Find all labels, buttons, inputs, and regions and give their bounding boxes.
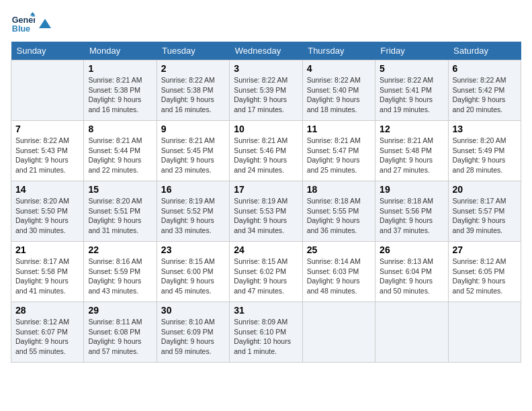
calendar-cell: 11Sunrise: 8:21 AMSunset: 5:47 PMDayligh… <box>302 121 375 181</box>
day-info: Sunrise: 8:20 AMSunset: 5:50 PMDaylight:… <box>15 196 79 236</box>
dow-header-thursday: Thursday <box>302 42 375 60</box>
day-info: Sunrise: 8:22 AMSunset: 5:38 PMDaylight:… <box>161 75 225 115</box>
calendar-cell: 20Sunrise: 8:17 AMSunset: 5:57 PMDayligh… <box>448 181 521 242</box>
day-info: Sunrise: 8:13 AMSunset: 6:04 PMDaylight:… <box>380 257 443 296</box>
dow-header-sunday: Sunday <box>11 42 84 60</box>
day-info: Sunrise: 8:22 AMSunset: 5:42 PMDaylight:… <box>453 75 517 115</box>
day-number: 21 <box>15 244 79 255</box>
day-number: 18 <box>307 184 371 195</box>
calendar-cell: 26Sunrise: 8:13 AMSunset: 6:04 PMDayligh… <box>375 242 448 302</box>
day-number: 31 <box>234 305 298 316</box>
day-number: 24 <box>234 244 298 255</box>
day-number: 11 <box>307 124 371 134</box>
day-info: Sunrise: 8:21 AMSunset: 5:38 PMDaylight:… <box>88 75 152 115</box>
calendar-cell <box>448 302 521 363</box>
dow-header-friday: Friday <box>375 42 448 60</box>
day-number: 30 <box>161 305 225 316</box>
day-number: 9 <box>161 124 225 134</box>
day-info: Sunrise: 8:14 AMSunset: 6:03 PMDaylight:… <box>307 257 371 296</box>
dow-header-monday: Monday <box>84 42 157 60</box>
day-info: Sunrise: 8:22 AMSunset: 5:43 PMDaylight:… <box>15 136 79 175</box>
week-row-2: 7Sunrise: 8:22 AMSunset: 5:43 PMDaylight… <box>11 121 521 181</box>
logo-icon: General Blue <box>11 11 35 35</box>
calendar-cell: 28Sunrise: 8:12 AMSunset: 6:07 PMDayligh… <box>11 302 84 363</box>
week-row-5: 28Sunrise: 8:12 AMSunset: 6:07 PMDayligh… <box>11 302 521 363</box>
calendar-cell: 14Sunrise: 8:20 AMSunset: 5:50 PMDayligh… <box>11 181 84 242</box>
day-number: 23 <box>161 244 225 255</box>
day-info: Sunrise: 8:20 AMSunset: 5:49 PMDaylight:… <box>453 136 517 175</box>
day-number: 25 <box>307 244 371 255</box>
day-info: Sunrise: 8:18 AMSunset: 5:56 PMDaylight:… <box>380 196 443 236</box>
day-number: 4 <box>307 63 371 74</box>
day-number: 20 <box>453 184 517 195</box>
calendar-cell: 25Sunrise: 8:14 AMSunset: 6:03 PMDayligh… <box>302 242 375 302</box>
week-row-1: 1Sunrise: 8:21 AMSunset: 5:38 PMDaylight… <box>11 60 521 121</box>
day-number: 6 <box>453 63 517 74</box>
calendar-cell: 24Sunrise: 8:15 AMSunset: 6:02 PMDayligh… <box>230 242 302 302</box>
day-number: 22 <box>88 244 152 255</box>
calendar-cell: 2Sunrise: 8:22 AMSunset: 5:38 PMDaylight… <box>157 60 229 121</box>
dow-header-saturday: Saturday <box>448 42 521 60</box>
day-info: Sunrise: 8:21 AMSunset: 5:48 PMDaylight:… <box>380 136 443 175</box>
svg-text:Blue: Blue <box>12 24 30 34</box>
svg-marker-4 <box>39 19 51 28</box>
day-number: 3 <box>234 63 298 74</box>
day-number: 16 <box>161 184 225 195</box>
day-number: 14 <box>15 184 79 195</box>
calendar-cell <box>375 302 448 363</box>
day-info: Sunrise: 8:18 AMSunset: 5:55 PMDaylight:… <box>307 196 371 236</box>
calendar-cell: 13Sunrise: 8:20 AMSunset: 5:49 PMDayligh… <box>448 121 521 181</box>
calendar-cell: 29Sunrise: 8:11 AMSunset: 6:08 PMDayligh… <box>84 302 157 363</box>
day-info: Sunrise: 8:19 AMSunset: 5:53 PMDaylight:… <box>234 196 298 236</box>
calendar-cell: 22Sunrise: 8:16 AMSunset: 5:59 PMDayligh… <box>84 242 157 302</box>
day-info: Sunrise: 8:21 AMSunset: 5:44 PMDaylight:… <box>88 136 152 175</box>
calendar-body: 1Sunrise: 8:21 AMSunset: 5:38 PMDaylight… <box>11 60 521 363</box>
calendar-cell: 3Sunrise: 8:22 AMSunset: 5:39 PMDaylight… <box>230 60 302 121</box>
day-number: 27 <box>453 244 517 255</box>
day-info: Sunrise: 8:22 AMSunset: 5:41 PMDaylight:… <box>380 75 443 115</box>
day-info: Sunrise: 8:10 AMSunset: 6:09 PMDaylight:… <box>161 317 225 357</box>
day-number: 2 <box>161 63 225 74</box>
calendar-cell: 17Sunrise: 8:19 AMSunset: 5:53 PMDayligh… <box>230 181 302 242</box>
day-info: Sunrise: 8:16 AMSunset: 5:59 PMDaylight:… <box>88 257 152 296</box>
day-number: 26 <box>380 244 443 255</box>
logo-triangle-icon <box>39 19 51 28</box>
day-number: 12 <box>380 124 443 134</box>
calendar-cell: 15Sunrise: 8:20 AMSunset: 5:51 PMDayligh… <box>84 181 157 242</box>
day-info: Sunrise: 8:17 AMSunset: 5:57 PMDaylight:… <box>453 196 517 236</box>
week-row-4: 21Sunrise: 8:17 AMSunset: 5:58 PMDayligh… <box>11 242 521 302</box>
day-number: 13 <box>453 124 517 134</box>
calendar-cell: 6Sunrise: 8:22 AMSunset: 5:42 PMDaylight… <box>448 60 521 121</box>
day-number: 8 <box>88 124 152 134</box>
week-row-3: 14Sunrise: 8:20 AMSunset: 5:50 PMDayligh… <box>11 181 521 242</box>
dow-header-wednesday: Wednesday <box>230 42 302 60</box>
calendar-cell: 31Sunrise: 8:09 AMSunset: 6:10 PMDayligh… <box>230 302 302 363</box>
dow-header-tuesday: Tuesday <box>157 42 229 60</box>
day-info: Sunrise: 8:21 AMSunset: 5:47 PMDaylight:… <box>307 136 371 175</box>
day-info: Sunrise: 8:15 AMSunset: 6:02 PMDaylight:… <box>234 257 298 296</box>
calendar-cell: 18Sunrise: 8:18 AMSunset: 5:55 PMDayligh… <box>302 181 375 242</box>
day-number: 1 <box>88 63 152 74</box>
day-number: 15 <box>88 184 152 195</box>
day-info: Sunrise: 8:20 AMSunset: 5:51 PMDaylight:… <box>88 196 152 236</box>
day-info: Sunrise: 8:17 AMSunset: 5:58 PMDaylight:… <box>15 257 79 296</box>
calendar-cell: 12Sunrise: 8:21 AMSunset: 5:48 PMDayligh… <box>375 121 448 181</box>
calendar-cell: 21Sunrise: 8:17 AMSunset: 5:58 PMDayligh… <box>11 242 84 302</box>
day-number: 10 <box>234 124 298 134</box>
day-number: 7 <box>15 124 79 134</box>
day-number: 19 <box>380 184 443 195</box>
calendar-cell <box>11 60 84 121</box>
day-info: Sunrise: 8:12 AMSunset: 6:05 PMDaylight:… <box>453 257 517 296</box>
day-info: Sunrise: 8:09 AMSunset: 6:10 PMDaylight:… <box>234 317 298 357</box>
calendar-cell <box>302 302 375 363</box>
day-number: 28 <box>15 305 79 316</box>
calendar-cell: 7Sunrise: 8:22 AMSunset: 5:43 PMDaylight… <box>11 121 84 181</box>
day-number: 29 <box>88 305 152 316</box>
calendar-cell: 23Sunrise: 8:15 AMSunset: 6:00 PMDayligh… <box>157 242 229 302</box>
calendar-cell: 16Sunrise: 8:19 AMSunset: 5:52 PMDayligh… <box>157 181 229 242</box>
day-info: Sunrise: 8:15 AMSunset: 6:00 PMDaylight:… <box>161 257 225 296</box>
day-info: Sunrise: 8:22 AMSunset: 5:40 PMDaylight:… <box>307 75 371 115</box>
calendar-cell: 1Sunrise: 8:21 AMSunset: 5:38 PMDaylight… <box>84 60 157 121</box>
calendar-cell: 30Sunrise: 8:10 AMSunset: 6:09 PMDayligh… <box>157 302 229 363</box>
day-info: Sunrise: 8:12 AMSunset: 6:07 PMDaylight:… <box>15 317 79 357</box>
